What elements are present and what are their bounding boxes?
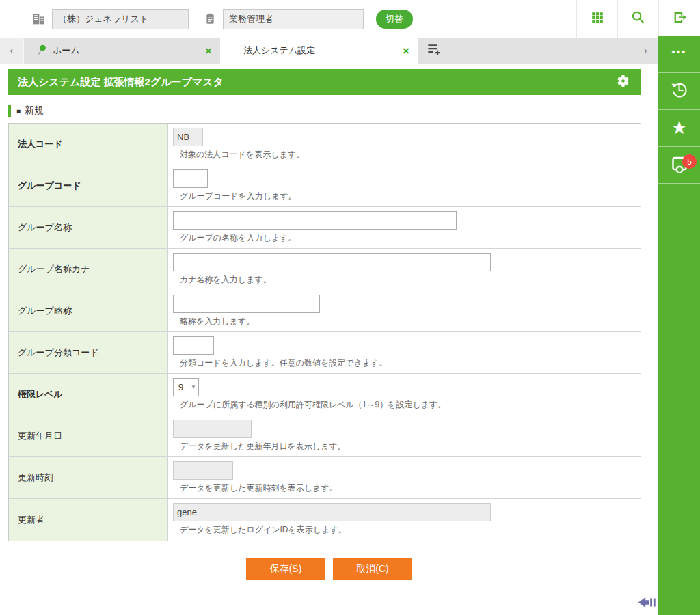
tab-corporate-system-settings[interactable]: 法人システム設定 × (220, 38, 418, 64)
tab-close-button[interactable]: × (205, 45, 212, 57)
star-icon: ★ (671, 119, 687, 137)
row-label: 更新年月日 (9, 415, 168, 456)
company-input[interactable] (52, 9, 189, 29)
field-hint: カナ名称を入力します。 (180, 274, 634, 286)
group-abbreviation-input[interactable] (173, 295, 320, 313)
logout-icon (671, 9, 688, 29)
page-title: 法人システム設定 拡張情報2グループマスタ (18, 76, 224, 89)
row-label: グループ分類コード (9, 332, 168, 373)
updater-input (173, 503, 491, 521)
row-control: データを更新した更新時刻を表示します。 (168, 457, 641, 498)
row-label: グループ略称 (9, 290, 168, 331)
page-title-bar: 法人システム設定 拡張情報2グループマスタ (8, 69, 641, 95)
form-row: グループ名称 グループの名称を入力します。 (9, 207, 641, 249)
main-content: 法人システム設定 拡張情報2グループマスタ ■ 新規 法人コード (0, 69, 658, 615)
tab-close-button[interactable]: × (403, 45, 409, 57)
top-bar-actions (576, 0, 700, 38)
favorites-button[interactable]: ★ (658, 110, 700, 147)
form-row: 権限レベル 9 ▼ グループに所属する種別の利用許可権限レベル（1～9）を設定し… (9, 374, 641, 415)
form-table: 法人コード 対象の法人コードを表示します。 グループコード グループコードを入力… (8, 123, 641, 541)
row-label: グループ名称カナ (9, 249, 168, 290)
section-header: ■ 新規 (8, 105, 641, 117)
row-label: 法人コード (9, 124, 168, 165)
form-row: 更新者 データを更新したログインIDを表示します。 (9, 499, 641, 541)
selected-value: 9 (178, 382, 183, 392)
history-icon (669, 79, 690, 103)
form-row: 更新年月日 データを更新した更新年月日を表示します。 (9, 415, 641, 457)
row-label: 更新時刻 (9, 457, 168, 498)
row-control: カナ名称を入力します。 (168, 249, 641, 290)
chevron-down-icon: ▼ (191, 384, 196, 390)
notification-badge: 5 (682, 154, 697, 169)
field-hint: 対象の法人コードを表示します。 (180, 149, 634, 161)
row-control: 9 ▼ グループに所属する種別の利用許可権限レベル（1～9）を設定します。 (168, 374, 641, 415)
gear-icon (616, 74, 630, 91)
ellipsis-icon: ••• (672, 52, 687, 57)
tab-scroll-left-button[interactable]: ‹ (0, 38, 23, 64)
form-row: 更新時刻 データを更新した更新時刻を表示します。 (9, 457, 641, 499)
row-control: データを更新したログインIDを表示します。 (168, 499, 641, 541)
field-hint: データを更新した更新時刻を表示します。 (180, 482, 634, 494)
row-label: グループ名称 (9, 207, 168, 248)
field-hint: データを更新した更新年月日を表示します。 (180, 441, 634, 452)
field-hint: グループコードを入力します。 (180, 191, 634, 202)
section-marker: ■ (16, 107, 21, 115)
row-label: 更新者 (9, 499, 168, 541)
row-control: 分類コードを入力します。任意の数値を設定できます。 (168, 332, 641, 373)
save-button[interactable]: 保存(S) (246, 558, 325, 580)
permission-level-select[interactable]: 9 ▼ (173, 378, 199, 396)
row-control: データを更新した更新年月日を表示します。 (168, 415, 641, 456)
tab-label: ホーム (53, 44, 205, 57)
history-button[interactable] (658, 73, 700, 110)
collapse-arrow-icon (638, 601, 657, 611)
field-hint: 略称を入力します。 (180, 316, 634, 327)
row-label: グループコード (9, 165, 168, 206)
row-control: 略称を入力します。 (168, 290, 641, 331)
tab-home[interactable]: ホーム × (23, 38, 220, 64)
group-code-input[interactable] (173, 169, 208, 188)
row-label: 権限レベル (9, 374, 168, 415)
field-hint: グループに所属する種別の利用許可権限レベル（1～9）を設定します。 (180, 399, 634, 411)
grid-icon (590, 10, 605, 28)
new-tab-button[interactable] (418, 38, 449, 64)
field-hint: 分類コードを入力します。任意の数値を設定できます。 (180, 357, 634, 369)
section-title: 新規 (25, 105, 44, 117)
row-control: グループコードを入力します。 (168, 165, 641, 206)
corporate-code-input (173, 128, 203, 146)
side-toolbar: ••• ★ 5 (658, 36, 700, 615)
chevron-right-icon: › (643, 44, 647, 57)
group-class-code-input[interactable] (173, 336, 214, 355)
more-button[interactable]: ••• (658, 36, 700, 73)
form-row: グループ略称 略称を入力します。 (9, 290, 641, 332)
logout-button[interactable] (658, 0, 700, 38)
switch-button[interactable]: 切替 (376, 10, 413, 29)
form-row: グループコード グループコードを入力します。 (9, 165, 641, 207)
form-row: 法人コード 対象の法人コードを表示します。 (9, 124, 641, 165)
cancel-button[interactable]: 取消(C) (333, 558, 412, 580)
tab-bar: ‹ ホーム × 法人システム設定 × › (0, 38, 658, 64)
form-row: グループ分類コード 分類コードを入力します。任意の数値を設定できます。 (9, 332, 641, 374)
form-row: グループ名称カナ カナ名称を入力します。 (9, 249, 641, 290)
app-window: 切替 (0, 0, 700, 615)
apps-grid-button[interactable] (576, 0, 617, 38)
tab-label: 法人システム設定 (243, 44, 403, 57)
search-icon (630, 10, 646, 28)
chevron-left-icon: ‹ (10, 44, 14, 57)
group-name-kana-input[interactable] (173, 253, 491, 271)
row-control: グループの名称を入力します。 (168, 207, 641, 248)
section-accent-bar (8, 105, 11, 117)
update-date-input (173, 420, 252, 438)
role-input[interactable] (223, 9, 364, 29)
row-control: 対象の法人コードを表示します。 (168, 124, 641, 165)
settings-button[interactable] (616, 74, 630, 91)
tab-scroll-right-button[interactable]: › (632, 38, 658, 64)
search-button[interactable] (617, 0, 658, 38)
top-bar: 切替 (0, 0, 700, 38)
update-time-input (173, 461, 233, 480)
collapse-panel-button[interactable] (638, 596, 657, 611)
add-tab-icon (426, 42, 442, 60)
pin-icon (38, 44, 46, 57)
field-hint: データを更新したログインIDを表示します。 (180, 524, 634, 536)
group-name-input[interactable] (173, 211, 457, 230)
capture-button[interactable]: 5 (658, 147, 700, 184)
